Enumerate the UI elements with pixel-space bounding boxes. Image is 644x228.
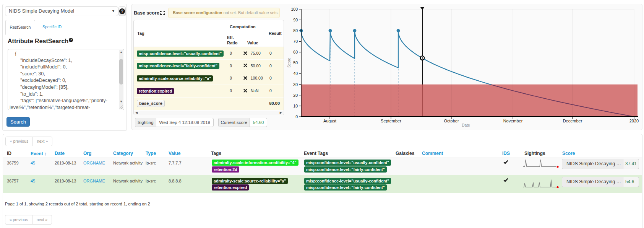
svg-text:0: 0 xyxy=(295,114,298,119)
svg-text:30: 30 xyxy=(293,82,298,87)
svg-text:40: 40 xyxy=(293,71,298,76)
svg-text:August: August xyxy=(323,119,336,123)
svg-text:Date: Date xyxy=(462,123,470,127)
svg-text:80: 80 xyxy=(293,28,298,33)
svg-text:December: December xyxy=(563,119,582,123)
svg-text:60: 60 xyxy=(293,50,298,54)
svg-text:100: 100 xyxy=(291,7,298,11)
svg-text:90: 90 xyxy=(293,18,298,22)
svg-text:October: October xyxy=(444,119,459,123)
svg-text:20: 20 xyxy=(293,93,298,98)
svg-text:2020: 2020 xyxy=(629,119,639,123)
svg-text:50: 50 xyxy=(293,60,298,65)
svg-text:70: 70 xyxy=(293,39,298,44)
svg-text:September: September xyxy=(381,119,401,123)
svg-text:Score: Score xyxy=(287,58,291,68)
svg-text:10: 10 xyxy=(293,104,298,108)
svg-text:November: November xyxy=(503,119,523,123)
